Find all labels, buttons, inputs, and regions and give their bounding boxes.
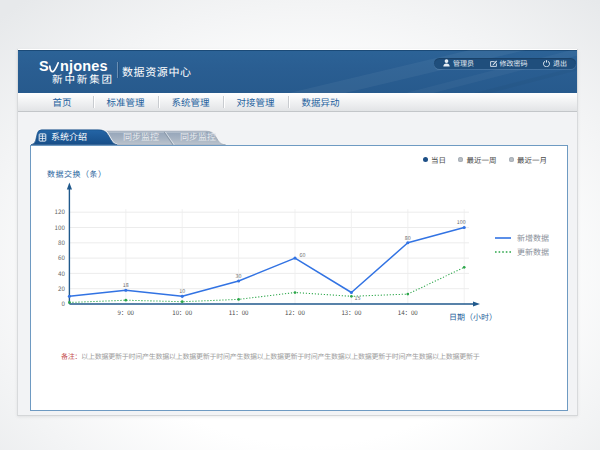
line-chart: 0204060801001209：0010：0011：0012：0013：001… bbox=[41, 181, 491, 323]
header-swoosh-line bbox=[347, 50, 577, 93]
filter-label: 最近一月 bbox=[517, 154, 547, 165]
user-menu[interactable]: 管理员 bbox=[443, 58, 474, 68]
power-icon bbox=[543, 60, 550, 67]
filter-radio-1[interactable]: 当日 bbox=[423, 154, 447, 165]
data-point bbox=[124, 298, 127, 301]
company-logo-chinese: 新中新集团 bbox=[39, 74, 129, 84]
footnote: 备注：以上数据更新于时间产生数据以上数据更新于时间产生数据以上数据更新于时间产生… bbox=[61, 351, 480, 361]
x-tick-label: 9：00 bbox=[118, 308, 135, 317]
header-divider bbox=[117, 62, 118, 78]
logout-label: 退出 bbox=[553, 58, 567, 68]
tab-document-icon bbox=[38, 133, 47, 142]
nav-item-5[interactable]: 数据异动 bbox=[288, 93, 353, 111]
data-point-label: 15 bbox=[354, 293, 360, 301]
nav-item-3[interactable]: 系统管理 bbox=[158, 93, 223, 111]
data-point bbox=[350, 290, 353, 293]
content-area: 系统介绍同步监控同步监控 当日最近一周最近一月 数据交换（条） 02040608… bbox=[18, 112, 577, 415]
header-swoosh-decoration bbox=[217, 50, 577, 93]
data-point-label: 100 bbox=[457, 218, 466, 226]
y-tick-label: 120 bbox=[55, 207, 66, 216]
change-password-label: 修改密码 bbox=[500, 58, 528, 68]
y-axis-title: 数据交换（条） bbox=[47, 168, 107, 179]
app-header: Snjones 新中新集团 数据资源中心 管理员 修改密码 退出 bbox=[18, 49, 577, 93]
data-point bbox=[293, 256, 296, 259]
user-toolbar: 管理员 修改密码 退出 bbox=[434, 58, 576, 69]
data-point bbox=[68, 301, 71, 304]
tab-2[interactable]: 同步监控 bbox=[123, 129, 159, 145]
filter-label: 最近一周 bbox=[467, 154, 497, 165]
legend-line-sample bbox=[495, 236, 511, 240]
user-icon bbox=[443, 59, 450, 67]
main-nav: 首页标准管理系统管理对接管理数据异动 bbox=[18, 93, 577, 112]
y-tick-label: 0 bbox=[61, 299, 65, 308]
data-point bbox=[68, 294, 71, 297]
y-axis-arrow bbox=[67, 182, 72, 189]
x-tick-label: 12：00 bbox=[285, 308, 305, 317]
data-point bbox=[237, 279, 240, 282]
footnote-label: 备注： bbox=[61, 351, 81, 361]
y-tick-label: 80 bbox=[58, 238, 65, 247]
data-point-label: 18 bbox=[123, 281, 129, 289]
filter-radio-3[interactable]: 最近一月 bbox=[509, 154, 548, 165]
y-tick-label: 100 bbox=[55, 222, 66, 231]
logout-button[interactable]: 退出 bbox=[543, 58, 567, 68]
data-point bbox=[181, 300, 184, 303]
logo-text-segment: njones bbox=[60, 61, 108, 72]
x-tick-label: 10：00 bbox=[172, 308, 192, 317]
x-tick-label: 14：00 bbox=[398, 308, 418, 317]
x-tick-label: 11：00 bbox=[229, 308, 249, 317]
legend-label: 更新数据 bbox=[517, 246, 549, 257]
radio-icon bbox=[458, 157, 463, 162]
y-tick-label: 40 bbox=[58, 268, 65, 277]
legend-label: 新增数据 bbox=[517, 232, 549, 243]
page-title: 数据资源中心 bbox=[122, 63, 192, 79]
edit-icon bbox=[490, 60, 497, 67]
x-axis-title: 日期（小时） bbox=[449, 311, 497, 322]
change-password-button[interactable]: 修改密码 bbox=[490, 58, 528, 68]
chart-panel: 当日最近一周最近一月 数据交换（条） 0204060801001209：0010… bbox=[30, 145, 568, 411]
x-tick-label: 13：00 bbox=[341, 308, 361, 317]
company-logo[interactable]: Snjones 新中新集团 bbox=[39, 61, 129, 85]
tab-3[interactable]: 同步监控 bbox=[180, 129, 216, 145]
data-point bbox=[181, 294, 184, 297]
company-logo-text: Snjones bbox=[39, 61, 129, 72]
data-point bbox=[124, 288, 127, 291]
data-point-label: 80 bbox=[405, 233, 411, 241]
legend-line-sample bbox=[495, 250, 511, 254]
data-point-label: 60 bbox=[300, 250, 306, 258]
y-tick-label: 60 bbox=[58, 253, 65, 262]
header-swoosh-line bbox=[277, 50, 577, 93]
radio-selected-icon bbox=[423, 157, 428, 162]
legend-item-2[interactable]: 更新数据 bbox=[495, 245, 549, 259]
nav-item-4[interactable]: 对接管理 bbox=[223, 93, 288, 111]
x-axis-arrow bbox=[473, 301, 480, 306]
radio-icon bbox=[509, 157, 514, 162]
user-label: 管理员 bbox=[453, 58, 474, 68]
filter-label: 当日 bbox=[431, 154, 446, 165]
chart-legend: 新增数据更新数据 bbox=[495, 231, 549, 259]
time-range-filters: 当日最近一周最近一月 bbox=[423, 154, 548, 165]
data-point bbox=[463, 225, 466, 228]
data-point bbox=[406, 241, 409, 244]
logo-y-swoosh-icon bbox=[49, 61, 59, 74]
data-point bbox=[237, 298, 240, 301]
app-window: Snjones 新中新集团 数据资源中心 管理员 修改密码 退出 首页标准管理系… bbox=[17, 49, 578, 416]
y-tick-label: 20 bbox=[58, 283, 65, 292]
nav-item-2[interactable]: 标准管理 bbox=[93, 93, 158, 111]
data-point bbox=[463, 265, 466, 268]
footnote-text: 以上数据更新于时间产生数据以上数据更新于时间产生数据以上数据更新于时间产生数据以… bbox=[81, 351, 479, 361]
data-point bbox=[350, 295, 353, 298]
filter-radio-2[interactable]: 最近一周 bbox=[458, 154, 497, 165]
nav-item-1[interactable]: 首页 bbox=[31, 93, 93, 111]
data-point-label: 10 bbox=[179, 287, 185, 295]
tab-1[interactable]: 系统介绍 bbox=[51, 129, 87, 145]
header-swoosh-line bbox=[217, 50, 577, 93]
data-point bbox=[294, 291, 297, 294]
tab-bar: 系统介绍同步监控同步监控 bbox=[18, 129, 577, 145]
data-point-label: 30 bbox=[236, 271, 242, 279]
legend-item-1[interactable]: 新增数据 bbox=[495, 231, 549, 245]
logo-text-segment: S bbox=[39, 61, 49, 72]
data-point bbox=[406, 292, 409, 295]
